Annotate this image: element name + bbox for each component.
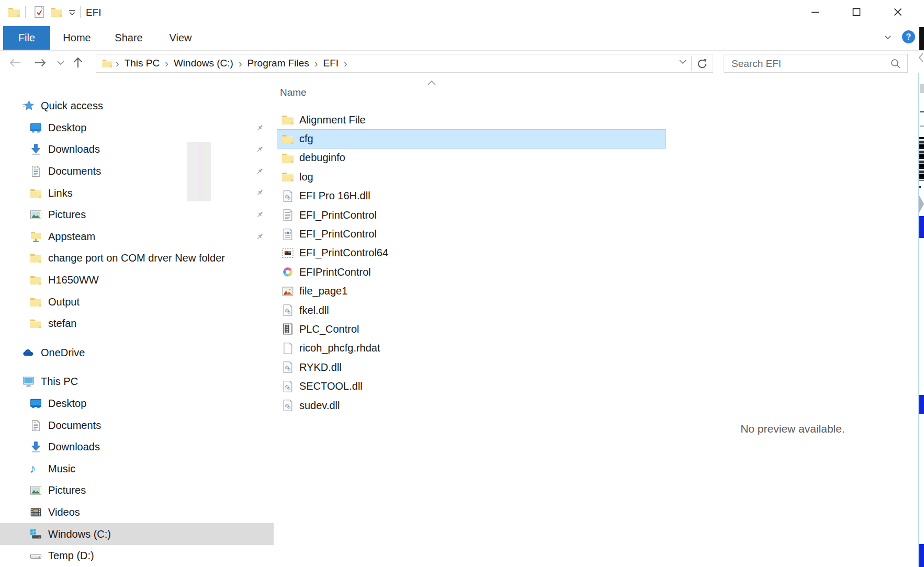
sidebar-item-links[interactable]: Links (0, 182, 274, 204)
sidebar-item-windows-c-[interactable]: Windows (C:) (0, 523, 274, 545)
desktop-icon (29, 121, 42, 134)
sidebar-item-label: Output (48, 296, 80, 308)
dll-icon (281, 303, 295, 317)
window-title: EFI (86, 7, 102, 18)
file-name: file_page1 (299, 285, 347, 297)
pictures-icon (29, 484, 42, 497)
search-input[interactable] (730, 56, 884, 72)
file-row-rykd-dll[interactable]: RYKD.dll (277, 358, 666, 377)
file-name: Alignment File (299, 114, 366, 126)
search-icon[interactable] (889, 58, 902, 70)
maximize-button[interactable] (844, 1, 869, 23)
recent-locations-chevron-icon[interactable] (54, 55, 67, 70)
sidebar-item-documents[interactable]: Documents (0, 161, 274, 183)
breadcrumb-item[interactable]: Program Files (244, 58, 312, 69)
customize-toolbar-chevron-icon[interactable] (67, 7, 77, 18)
sidebar-item-label: Windows (C:) (48, 528, 111, 540)
sidebar-item-label: This PC (41, 376, 78, 388)
sidebar-item-desktop[interactable]: Desktop (0, 117, 274, 139)
sidebar-item-label: Temp (D:) (48, 550, 94, 562)
desktop-icon (29, 397, 42, 410)
title-bar: EFI (0, 0, 924, 25)
file-name: EFI_PrintControl64 (299, 247, 388, 259)
file-row-debuginfo[interactable]: debuginfo (277, 149, 666, 167)
forward-button[interactable] (32, 55, 48, 70)
sidebar-item-documents[interactable]: Documents (0, 414, 274, 436)
sidebar-item-onedrive[interactable]: OneDrive (0, 342, 274, 364)
file-row-fkel-dll[interactable]: fkel.dll (277, 301, 666, 320)
sidebar-item-label: OneDrive (41, 347, 85, 359)
this-pc-icon (22, 375, 35, 388)
sidebar-item-quick-access[interactable]: Quick access (0, 95, 274, 117)
file-row-efi-printcontrol[interactable]: EFI_PrintControl (277, 206, 666, 224)
sidebar-item-appsteam[interactable]: Appsteam (0, 226, 274, 248)
file-name: EFI Pro 16H.dll (299, 190, 370, 202)
file-row-efi-pro-16h-dll[interactable]: EFI Pro 16H.dll (277, 187, 666, 206)
file-row-efi-printcontrol[interactable]: EFI_PrintControl (277, 224, 666, 243)
sidebar-item-stefan[interactable]: stefan (0, 313, 274, 335)
folder-icon (29, 187, 42, 200)
breadcrumb-item[interactable]: EFI (320, 58, 342, 69)
file-row-efiprintcontrol[interactable]: EFIPrintControl (277, 263, 666, 281)
sidebar-item-temp-d-[interactable]: Temp (D:) (0, 545, 274, 567)
search-box (724, 54, 908, 73)
preview-pane: No preview available. (667, 75, 918, 567)
file-rows: Alignment FilecfgdebuginfologEFI Pro 16H… (274, 110, 667, 415)
file-row-sectool-dll[interactable]: SECTOOL.dll (277, 377, 666, 395)
pin-icon (255, 232, 265, 242)
file-name: sudev.dll (299, 400, 340, 412)
videos-icon (29, 506, 42, 519)
breadcrumb-item[interactable]: Windows (C:) (171, 58, 236, 69)
address-dropdown-chevron-icon[interactable] (678, 58, 690, 69)
column-header-name[interactable]: Name (280, 87, 307, 98)
file-row-plc-control[interactable]: PLC_Control (277, 320, 666, 338)
sidebar-item-videos[interactable]: Videos (0, 502, 274, 524)
up-button[interactable] (70, 55, 86, 70)
sidebar-item-downloads[interactable]: Downloads (0, 436, 274, 458)
file-row-cfg[interactable]: cfg (277, 129, 666, 148)
file-row-alignment-file[interactable]: Alignment File (277, 110, 666, 129)
navigation-bar: ›This PC›Windows (C:)›Program Files›EFI› (0, 51, 924, 76)
tab-home[interactable]: Home (59, 26, 95, 50)
refresh-button[interactable] (695, 57, 709, 71)
file-row-log[interactable]: log (277, 167, 666, 186)
file-row-ricoh-phcfg-rhdat[interactable]: ricoh_phcfg.rhdat (277, 339, 666, 358)
file-row-sudev-dll[interactable]: sudev.dll (277, 396, 666, 415)
sidebar-item-pictures[interactable]: Pictures (0, 204, 274, 226)
tab-share[interactable]: Share (110, 26, 148, 50)
folder-icon (281, 151, 295, 165)
tab-file[interactable]: File (3, 26, 50, 50)
sidebar-item-change-port-on-com-drver-new-folder[interactable]: change port on COM drver New folder (0, 247, 274, 269)
edge-artifact-chevron (918, 52, 924, 63)
onedrive-icon (22, 346, 35, 359)
properties-check-icon[interactable] (32, 5, 46, 19)
file-name: EFI_PrintControl (299, 228, 377, 240)
sidebar-item-h1650ww[interactable]: H1650WW (0, 269, 274, 291)
file-name: log (299, 171, 313, 183)
file-name: EFI_PrintControl (299, 209, 377, 221)
address-bar[interactable]: ›This PC›Windows (C:)›Program Files›EFI› (96, 54, 713, 73)
sidebar-item-music[interactable]: ♪Music (0, 458, 274, 480)
minimize-button[interactable] (803, 1, 827, 23)
sidebar-item-this-pc[interactable]: This PC (0, 371, 274, 393)
help-button[interactable]: ? (902, 30, 915, 43)
sidebar-item-pictures[interactable]: Pictures (0, 480, 274, 502)
tab-view[interactable]: View (163, 26, 198, 50)
sidebar-item-output[interactable]: Output (0, 291, 274, 313)
sidebar-item-label: Pictures (48, 209, 86, 221)
qat-separator (80, 6, 81, 18)
sidebar-spacer (0, 364, 274, 371)
breadcrumb-item[interactable]: This PC (121, 58, 163, 69)
sidebar-item-desktop[interactable]: Desktop (0, 393, 274, 415)
pictures-icon (29, 208, 42, 221)
expand-ribbon-chevron-icon[interactable] (882, 32, 894, 42)
sidebar-item-label: stefan (48, 317, 76, 330)
new-folder-icon[interactable] (50, 5, 63, 19)
sidebar-item-downloads[interactable]: Downloads (0, 139, 274, 161)
close-button[interactable] (886, 1, 910, 23)
file-row-efi-printcontrol64[interactable]: EFI_PrintControl64 (277, 244, 666, 263)
window-folder-icon (7, 5, 21, 19)
breadcrumb: ›This PC›Windows (C:)›Program Files›EFI› (114, 58, 350, 70)
file-row-file-page1[interactable]: file_page1 (277, 282, 666, 301)
back-button[interactable] (7, 55, 23, 70)
